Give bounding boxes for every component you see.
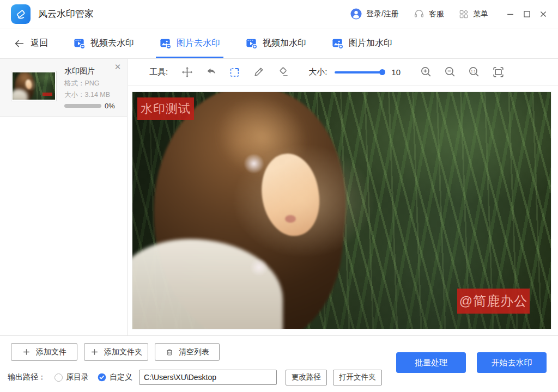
watermark-bottom-right: @简鹿办公 <box>457 289 530 314</box>
file-list-sidebar: ✕ 水印图片 格式：PNG 大小：3.14 MB 0% <box>0 59 128 335</box>
add-folder-button[interactable]: 添加文件夹 <box>84 343 148 361</box>
tab-video-add[interactable]: 视频加水印 <box>245 28 306 58</box>
menu-button[interactable]: 菜单 <box>458 9 488 20</box>
footer: 添加文件 添加文件夹 清空列表 批量处理 开始去水印 输出路 <box>0 335 558 392</box>
headset-icon <box>413 8 425 20</box>
user-avatar-icon <box>350 8 362 20</box>
size-slider-thumb[interactable] <box>379 69 385 75</box>
pen-tool-button[interactable] <box>252 65 266 79</box>
maximize-button[interactable] <box>519 6 535 22</box>
file-name: 水印图片 <box>64 66 123 76</box>
output-path-row: 输出路径： 原目录 自定义 更改路径 打开文件夹 <box>0 369 558 385</box>
undo-tool-button[interactable] <box>204 65 218 79</box>
image-add-icon <box>331 37 344 50</box>
thumbnail-image <box>13 72 55 100</box>
tab-label: 视频加水印 <box>263 38 306 49</box>
tabbar: 返回 视频去水印 <box>0 28 558 59</box>
tab-video-remove[interactable]: 视频去水印 <box>73 28 134 58</box>
size-label: 大小: <box>308 67 327 77</box>
add-file-label: 添加文件 <box>36 347 66 357</box>
tab-image-add[interactable]: 图片加水印 <box>331 28 392 58</box>
radio-custom-label: 自定义 <box>110 372 132 382</box>
file-thumbnail <box>11 71 57 101</box>
back-arrow-icon <box>13 38 25 50</box>
menu-label: 菜单 <box>473 9 488 19</box>
tab-label: 图片加水印 <box>349 38 392 49</box>
fit-screen-icon[interactable] <box>490 65 506 80</box>
support-label: 客服 <box>429 9 444 19</box>
support-button[interactable]: 客服 <box>413 8 444 20</box>
output-path-input[interactable] <box>139 370 277 385</box>
radio-checked-icon <box>98 373 106 382</box>
zoom-in-icon[interactable] <box>418 65 434 80</box>
open-folder-button[interactable]: 打开文件夹 <box>333 370 382 385</box>
add-folder-label: 添加文件夹 <box>104 347 142 357</box>
rect-select-tool-button[interactable] <box>228 65 242 79</box>
radio-custom-dir[interactable]: 自定义 <box>98 372 132 382</box>
video-add-icon <box>245 37 258 50</box>
size-slider[interactable] <box>335 71 383 74</box>
radio-unchecked-icon <box>54 373 63 382</box>
login-label: 登录/注册 <box>366 9 399 19</box>
trash-icon <box>165 348 174 357</box>
zoom-actual-size-icon[interactable]: 1:1 <box>466 65 482 80</box>
size-value: 10 <box>391 68 403 77</box>
menu-grid-icon <box>458 9 469 20</box>
file-format: 格式：PNG <box>64 79 123 88</box>
plus-icon <box>22 347 31 357</box>
add-file-button[interactable]: 添加文件 <box>11 343 77 361</box>
app-logo-icon <box>11 4 31 24</box>
file-size: 大小：3.14 MB <box>64 90 123 100</box>
tools-label: 工具: <box>149 67 168 77</box>
zoom-out-icon[interactable] <box>442 65 458 80</box>
thumbnail-watermark <box>43 93 52 96</box>
app-window: 风云水印管家 登录/注册 <box>0 0 558 392</box>
titlebar: 风云水印管家 登录/注册 <box>0 0 558 28</box>
progress-bar <box>64 104 101 108</box>
close-button[interactable] <box>535 6 551 22</box>
move-tool-button[interactable] <box>180 65 194 79</box>
output-path-label: 输出路径： <box>8 372 46 382</box>
window-controls <box>502 6 551 22</box>
app-title: 风云水印管家 <box>38 8 94 20</box>
clear-list-button[interactable]: 清空列表 <box>155 343 220 361</box>
back-button[interactable]: 返回 <box>13 38 48 50</box>
minimize-button[interactable] <box>502 6 519 22</box>
tab-label: 图片去水印 <box>177 38 220 49</box>
login-button[interactable]: 登录/注册 <box>350 8 399 20</box>
watermark-top-left: 水印测试 <box>137 97 194 120</box>
editor-canvas: 水印测试 @简鹿办公 <box>128 86 558 335</box>
clear-list-label: 清空列表 <box>179 347 209 357</box>
back-label: 返回 <box>31 38 48 49</box>
svg-text:1:1: 1:1 <box>471 70 475 73</box>
file-info: 水印图片 格式：PNG 大小：3.14 MB 0% <box>64 66 123 110</box>
plus-icon <box>90 347 99 357</box>
file-list-item[interactable]: ✕ 水印图片 格式：PNG 大小：3.14 MB 0% <box>0 59 127 117</box>
change-path-button[interactable]: 更改路径 <box>286 370 327 385</box>
video-remove-icon <box>73 37 86 50</box>
image-remove-icon <box>159 37 172 50</box>
tab-image-remove[interactable]: 图片去水印 <box>159 28 220 58</box>
radio-original-label: 原目录 <box>66 372 89 382</box>
radio-original-dir[interactable]: 原目录 <box>54 372 89 382</box>
editor-toolbar: 工具: <box>128 59 558 86</box>
workspace: 工具: <box>128 59 558 335</box>
eraser-tool-button[interactable] <box>276 65 290 79</box>
preview-image[interactable]: 水印测试 @简鹿办公 <box>132 92 551 329</box>
tab-label: 视频去水印 <box>90 38 134 49</box>
progress-percent: 0% <box>105 102 115 110</box>
zoom-controls: 1:1 <box>418 65 514 80</box>
